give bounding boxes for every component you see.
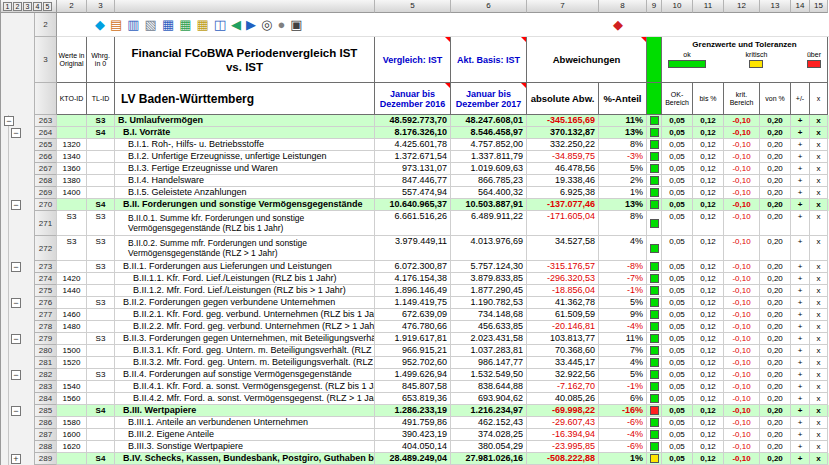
cell-krit-von-1[interactable]: -0,10 [724, 357, 760, 369]
outline-plus-button[interactable]: + [11, 454, 21, 464]
cell-label[interactable]: B. Umlaufvermögen [115, 115, 375, 127]
cell-ok-bis-1[interactable]: 0,05 [662, 115, 693, 127]
cell-krit-von-2[interactable]: 0,20 [760, 453, 791, 465]
cell-2016-value[interactable]: 653.819,36 [375, 393, 451, 405]
cell-krit-von-2[interactable]: 0,20 [760, 417, 791, 429]
cell-kto-id[interactable]: 1420 [57, 273, 87, 285]
cell-krit-von-1[interactable]: -0,10 [724, 115, 760, 127]
cell-anteil[interactable]: 4% [599, 236, 647, 261]
cell-label[interactable]: B.II.3. Forderungen gegen Unternehmen, m… [115, 333, 375, 345]
cell-label[interactable]: B.II.4. Forderungen auf sonstige Vermöge… [115, 369, 375, 381]
cell-label[interactable]: B.II.1.1. Kfr. Ford. Lief./Leistungen (R… [115, 273, 375, 285]
cell-ok-bis-2[interactable]: 0,12 [693, 199, 724, 211]
outline-level-1-button[interactable]: 1 [3, 2, 12, 11]
cell-x[interactable]: x [810, 417, 828, 429]
cell-label[interactable]: B.II. Forderungen und sonstige Vermögens… [115, 199, 375, 211]
cell-ampel[interactable] [647, 139, 662, 151]
cell-ok-bis-1[interactable]: 0,05 [662, 405, 693, 417]
cell-krit-von-1[interactable]: -0,10 [724, 127, 760, 139]
cell-2016-value[interactable]: 8.176.326,10 [375, 127, 451, 139]
cell-absolute-abw[interactable]: -16.394,94 [527, 429, 599, 441]
cell-krit-von-2[interactable]: 0,20 [760, 441, 791, 453]
column-header-9[interactable]: 9 [647, 0, 662, 13]
cell-tl-id[interactable] [87, 163, 115, 175]
outline-minus-button[interactable]: − [4, 116, 14, 126]
cell-krit-von-1[interactable]: -0,10 [724, 285, 760, 297]
cell-kto-id[interactable]: S3 [57, 211, 87, 236]
outline-level-5-button[interactable]: 5 [43, 2, 52, 11]
cell-ampel[interactable] [647, 199, 662, 211]
cell-absolute-abw[interactable]: -296.320,53 [527, 273, 599, 285]
cell-x[interactable]: x [810, 261, 828, 273]
cell-ampel[interactable] [647, 285, 662, 297]
cell-2017-value[interactable]: 4.757.852,00 [451, 139, 527, 151]
cell-2017-value[interactable]: 462.152,43 [451, 417, 527, 429]
cell-anteil[interactable]: 8% [599, 211, 647, 236]
cell-kto-id[interactable]: 1520 [57, 357, 87, 369]
cell-krit-von-2[interactable]: 0,20 [760, 285, 791, 297]
cell-anteil[interactable]: -8% [599, 261, 647, 273]
row-header-4[interactable] [35, 83, 57, 115]
cell-label[interactable]: B.II.3.1. Kfr. Ford. geg. Untern. m. Bet… [115, 345, 375, 357]
cell-2017-value[interactable]: 1.337.811,79 [451, 151, 527, 163]
row-header[interactable]: 283 [35, 381, 57, 393]
cell-2017-value[interactable]: 27.981.026,16 [451, 453, 527, 465]
cell-anteil[interactable]: 11% [599, 333, 647, 345]
column-header-8[interactable]: 8 [599, 0, 647, 13]
cell-x[interactable]: x [810, 357, 828, 369]
cell-kto-id[interactable]: S3 [57, 236, 87, 261]
cell-krit-von-2[interactable]: 0,20 [760, 429, 791, 441]
cell-plus-minus[interactable]: + [791, 187, 810, 199]
cell-krit-von-1[interactable]: -0,10 [724, 163, 760, 175]
cell-2016-value[interactable]: 48.592.773,70 [375, 115, 451, 127]
cell-anteil[interactable]: 7% [599, 345, 647, 357]
cell-anteil[interactable]: 11% [599, 115, 647, 127]
cell-plus-minus[interactable]: + [791, 417, 810, 429]
absolute-abw-header[interactable]: absolute Abw. [527, 83, 599, 115]
cell-2016-value[interactable]: 390.423,19 [375, 429, 451, 441]
cell-kto-id[interactable]: 1480 [57, 321, 87, 333]
cell-2017-value[interactable]: 838.644,88 [451, 381, 527, 393]
cell-ok-bis-1[interactable]: 0,05 [662, 333, 693, 345]
cell-krit-von-1[interactable]: -0,10 [724, 309, 760, 321]
cell-ok-bis-2[interactable]: 0,12 [693, 127, 724, 139]
cell-2016-value[interactable]: 1.286.233,19 [375, 405, 451, 417]
cell-2017-value[interactable]: 4.013.976,69 [451, 236, 527, 261]
cell-x[interactable]: x [810, 187, 828, 199]
cell-kto-id[interactable] [57, 261, 87, 273]
row-header[interactable]: 286 [35, 417, 57, 429]
cell-x[interactable]: x [810, 285, 828, 297]
cell-2016-value[interactable]: 966.915,21 [375, 345, 451, 357]
cell-plus-minus[interactable]: + [791, 453, 810, 465]
cell-x[interactable]: x [810, 297, 828, 309]
row-header[interactable]: 273 [35, 261, 57, 273]
cell-2016-value[interactable]: 476.780,66 [375, 321, 451, 333]
cell-absolute-abw[interactable]: 40.085,26 [527, 393, 599, 405]
cell-2016-value[interactable]: 4.176.154,38 [375, 273, 451, 285]
cell-ok-bis-1[interactable]: 0,05 [662, 127, 693, 139]
row-header[interactable]: 271 [35, 211, 57, 236]
cell-2016-value[interactable]: 847.446,77 [375, 175, 451, 187]
column-header-7[interactable]: 7 [527, 0, 599, 13]
cell-ok-bis-2[interactable]: 0,12 [693, 175, 724, 187]
cell-plus-minus[interactable]: + [791, 273, 810, 285]
cell-anteil[interactable]: 2% [599, 175, 647, 187]
cell-kto-id[interactable]: 1340 [57, 151, 87, 163]
cell-ampel[interactable] [647, 381, 662, 393]
cell-ok-bis-2[interactable]: 0,12 [693, 417, 724, 429]
outline-minus-button[interactable]: − [11, 334, 21, 344]
cell-ampel[interactable] [647, 453, 662, 465]
cell-ok-bis-2[interactable]: 0,12 [693, 285, 724, 297]
cell-plus-minus[interactable]: + [791, 199, 810, 211]
cell-absolute-abw[interactable]: 332.250,22 [527, 139, 599, 151]
cell-label[interactable]: B.I.4. Handelsware [115, 175, 375, 187]
cell-tl-id[interactable] [87, 151, 115, 163]
logo-diamond-icon[interactable]: ◆ [95, 18, 105, 31]
cell-label[interactable]: B.II.2. Forderungen gegen verbundene Unt… [115, 297, 375, 309]
cell-krit-von-2[interactable]: 0,20 [760, 309, 791, 321]
outline-minus-button[interactable]: − [11, 200, 21, 210]
cell-2017-value[interactable]: 3.879.833,85 [451, 273, 527, 285]
cell-x[interactable]: x [810, 381, 828, 393]
cell-krit-von-2[interactable]: 0,20 [760, 273, 791, 285]
cell-2017-value[interactable]: 8.546.458,97 [451, 127, 527, 139]
